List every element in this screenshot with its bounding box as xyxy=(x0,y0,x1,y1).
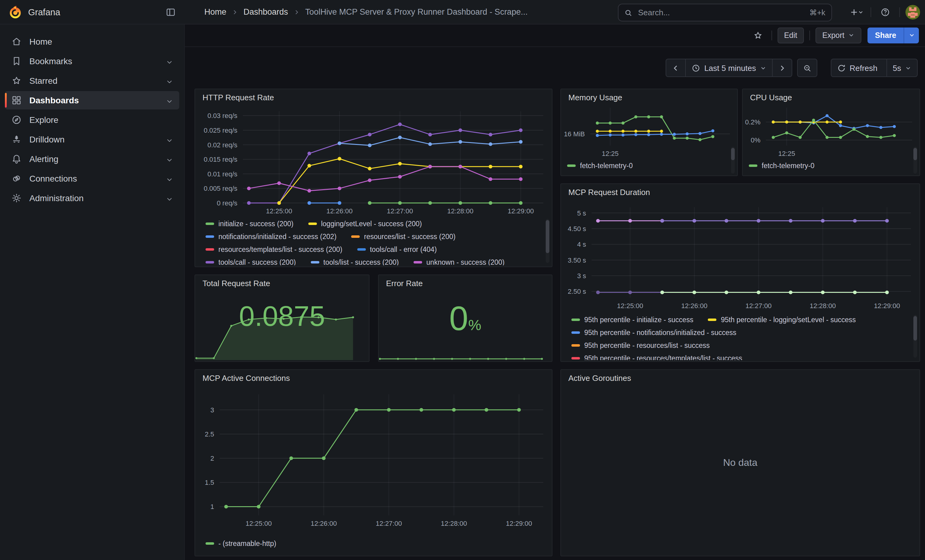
legend-item[interactable]: tools/call - success (200) xyxy=(206,258,296,265)
svg-text:2.5: 2.5 xyxy=(205,430,214,438)
svg-text:0%: 0% xyxy=(751,136,761,144)
mcp-request-duration-chart: 12:25:0012:26:0012:27:0012:28:0012:29:00… xyxy=(561,200,919,316)
help-button[interactable] xyxy=(877,3,894,21)
legend-label: 95th percentile - logging/setLevel - suc… xyxy=(721,316,856,323)
panel-title[interactable]: CPU Usage xyxy=(750,93,792,102)
home-icon xyxy=(11,36,22,47)
legend-scrollbar[interactable] xyxy=(913,315,917,357)
bell-icon xyxy=(11,153,22,164)
panel-title[interactable]: MCP Active Connections xyxy=(202,374,290,383)
svg-text:12:25: 12:25 xyxy=(778,150,795,158)
legend-item[interactable]: tools/call - error (404) xyxy=(357,246,437,253)
sidebar-toggle-icon[interactable] xyxy=(165,6,176,17)
sidebar-item-label: Explore xyxy=(29,115,59,125)
export-button[interactable]: Export xyxy=(815,27,862,43)
legend-item[interactable]: notifications/initialized - success (202… xyxy=(206,233,336,240)
stat-value: 0% xyxy=(379,298,552,338)
legend-scrollbar[interactable] xyxy=(913,147,917,174)
legend-item[interactable]: 95th percentile - resources/templates/li… xyxy=(571,354,742,360)
sidebar-item-home[interactable]: Home xyxy=(5,32,179,51)
chevron-right-icon xyxy=(293,8,300,16)
legend-item[interactable]: initialize - success (200) xyxy=(206,220,293,227)
legend-label: fetch-telemetry-0 xyxy=(580,162,633,169)
legend-swatch xyxy=(571,331,580,334)
legend-row: initialize - success (200)logging/setLev… xyxy=(206,220,542,227)
error-rate-sparkline xyxy=(379,351,552,361)
chevron-down-icon xyxy=(166,194,173,202)
legend-swatch xyxy=(571,318,580,321)
sidebar-item-dashboards[interactable]: Dashboards xyxy=(5,91,179,110)
legend-item[interactable]: tools/list - success (200) xyxy=(310,258,399,265)
legend-item[interactable]: resources/list - success (200) xyxy=(351,233,455,240)
legend-row: notifications/initialized - success (202… xyxy=(206,233,542,240)
sidebar-item-administration[interactable]: Administration xyxy=(5,189,179,207)
panel-title[interactable]: Active Goroutines xyxy=(568,374,631,383)
legend-item[interactable]: fetch-telemetry-0 xyxy=(567,162,633,169)
panel-title[interactable]: MCP Request Duration xyxy=(568,188,650,197)
legend-item[interactable]: 95th percentile - notifications/initiali… xyxy=(571,329,736,336)
breadcrumb-current[interactable]: ToolHive MCP Server & Proxy Runner Dashb… xyxy=(305,8,528,17)
svg-text:12:25:00: 12:25:00 xyxy=(246,519,272,527)
legend-row: resources/templates/list - success (200)… xyxy=(206,246,542,253)
legend-item[interactable]: 95th percentile - resources/list - succe… xyxy=(571,342,710,349)
svg-text:1: 1 xyxy=(211,503,214,510)
refresh-interval-picker[interactable]: 5s xyxy=(887,59,917,77)
share-menu-button[interactable] xyxy=(904,27,919,43)
mcp-active-connections-chart: 12:25:0012:26:0012:27:0012:28:0012:29:00… xyxy=(195,386,552,536)
legend-scrollbar[interactable] xyxy=(546,219,549,263)
time-back-button[interactable] xyxy=(666,59,685,77)
svg-text:3 s: 3 s xyxy=(577,272,586,280)
user-avatar[interactable] xyxy=(905,5,920,19)
refresh-button[interactable]: Refresh xyxy=(831,59,886,77)
search-box[interactable]: ⌘+k xyxy=(618,4,832,21)
legend-item[interactable]: resources/templates/list - success (200) xyxy=(206,246,342,253)
sidebar-item-label: Alerting xyxy=(29,154,59,164)
time-controls: Last 5 minutes Refresh 5s xyxy=(185,59,917,77)
svg-text:16 MiB: 16 MiB xyxy=(564,130,585,138)
legend-row: 95th percentile - initialize - success95… xyxy=(571,316,910,323)
panel-title[interactable]: Error Rate xyxy=(386,279,423,288)
sidebar-item-connections[interactable]: Connections xyxy=(5,169,179,188)
breadcrumb-home[interactable]: Home xyxy=(204,8,226,17)
legend-item[interactable]: - (streamable-http) xyxy=(206,540,276,547)
time-range-group: Last 5 minutes xyxy=(666,59,792,77)
svg-text:12:25:00: 12:25:00 xyxy=(617,302,643,310)
svg-text:12:27:00: 12:27:00 xyxy=(387,207,413,215)
sidebar-item-bookmarks[interactable]: Bookmarks xyxy=(5,52,179,70)
svg-text:0.015 req/s: 0.015 req/s xyxy=(204,156,237,163)
sidebar-item-drilldown[interactable]: Drilldown xyxy=(5,130,179,149)
time-range-picker[interactable]: Last 5 minutes xyxy=(685,59,772,77)
sidebar-item-explore[interactable]: Explore xyxy=(5,111,179,129)
star-icon xyxy=(753,30,762,40)
legend-item[interactable]: 95th percentile - initialize - success xyxy=(571,316,693,323)
legend-item[interactable]: 95th percentile - logging/setLevel - suc… xyxy=(708,316,856,323)
legend-item[interactable]: unknown - success (200) xyxy=(414,258,505,265)
chevron-left-icon xyxy=(671,63,680,72)
search-input[interactable] xyxy=(637,8,809,18)
legend-item[interactable]: fetch-telemetry-0 xyxy=(749,162,815,169)
legend-label: 95th percentile - resources/list - succe… xyxy=(584,342,710,349)
refresh-label: Refresh xyxy=(850,63,877,72)
time-forward-button[interactable] xyxy=(772,59,791,77)
legend-row: tools/call - success (200)tools/list - s… xyxy=(206,258,542,265)
add-button[interactable] xyxy=(848,3,865,21)
zoom-out-button[interactable] xyxy=(797,59,817,77)
sidebar-item-starred[interactable]: Starred xyxy=(5,72,179,90)
panel-total-request-rate: Total Request Rate 0.0875 xyxy=(194,275,369,362)
legend-row: fetch-telemetry-0 xyxy=(567,162,728,169)
legend-scrollbar[interactable] xyxy=(731,147,735,174)
favorite-star-button[interactable] xyxy=(750,27,765,43)
legend-item[interactable]: logging/setLevel - success (200) xyxy=(308,220,422,227)
breadcrumb-dashboards[interactable]: Dashboards xyxy=(244,8,288,17)
question-circle-icon xyxy=(880,7,890,17)
sidebar-item-alerting[interactable]: Alerting xyxy=(5,150,179,168)
legend-label: unknown - success (200) xyxy=(426,258,505,265)
panel-title[interactable]: Memory Usage xyxy=(568,93,622,102)
panel-title[interactable]: Total Request Rate xyxy=(202,279,270,288)
gear-icon xyxy=(11,192,22,204)
edit-button[interactable]: Edit xyxy=(777,27,804,43)
share-button[interactable]: Share xyxy=(868,27,904,43)
chevron-down-icon xyxy=(166,175,173,182)
sidebar-item-label: Administration xyxy=(29,193,83,203)
panel-title[interactable]: HTTP Request Rate xyxy=(202,93,274,102)
